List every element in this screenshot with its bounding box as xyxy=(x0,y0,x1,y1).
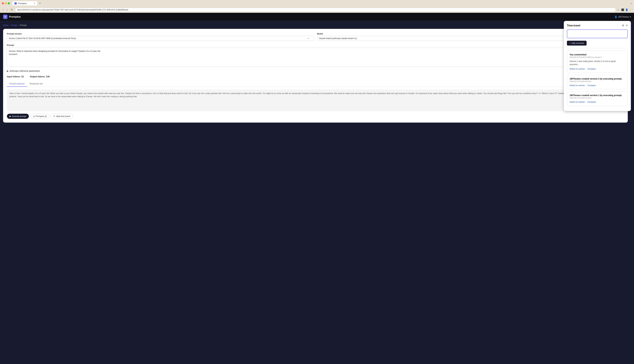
logo-icon: P xyxy=(3,15,8,19)
app-content: Home › Project › Prompt Prompt version V… xyxy=(0,21,634,364)
inference-label: Anthropic inference parameters xyxy=(10,70,40,72)
refresh-button[interactable]: ↻ xyxy=(10,8,14,12)
version-actions-0: Switch to version Compare xyxy=(570,84,625,86)
tokens-row: Input tokens: 19 Output tokens: 140 xyxy=(7,75,624,78)
compare-link-0[interactable]: Compare xyxy=(587,84,596,86)
execute-icon: ▶ xyxy=(10,115,11,118)
tab-parsed[interactable]: Parsed response xyxy=(7,81,27,87)
left-section: Home › Project › Prompt Prompt version V… xyxy=(3,24,631,361)
settings-icon[interactable]: ⚙ xyxy=(622,24,624,27)
version-actions-1: Switch to version Compare xyxy=(570,101,625,103)
prompt-version-label: Prompt version xyxy=(7,32,314,35)
comment-actions-0: Switch to version Compare xyxy=(570,68,625,70)
time-travel-panel: Time-travel ⚙ ✕ + Add comment You commen… xyxy=(564,21,631,111)
app-name: Promptus xyxy=(9,16,21,18)
version-title-1: JWThewes created version 1 by executing … xyxy=(570,94,625,96)
tab-raw[interactable]: Response raw xyxy=(27,81,45,87)
prompt-version-select[interactable]: Version 2 (Wed Feb 07 2024 19:39:45 GMT+… xyxy=(7,36,314,41)
response-tabs: Parsed response Response raw xyxy=(7,81,624,87)
browser-navbar: ‹ › ↻ dpze145z3mz7o.cloudfront.net/proje… xyxy=(0,7,634,13)
version-card-1: JWThewes created version 1 by executing … xyxy=(567,92,628,106)
add-comment-button[interactable]: + Add comment xyxy=(567,41,586,46)
comment-title-0: You commented xyxy=(570,53,625,56)
traffic-lights xyxy=(2,2,10,4)
minimize-window-button[interactable] xyxy=(5,2,7,4)
url-text: dpze145z3mz7o.cloudfront.net/project/eb7… xyxy=(17,9,614,11)
input-tokens: Input tokens: 19 xyxy=(7,75,24,78)
panel-divider xyxy=(567,48,628,48)
add-comment-label: Add comment xyxy=(572,42,584,44)
nav-icons: ☆ ⬛ 👤 ⋮ xyxy=(617,8,632,11)
hide-icon: ✕ xyxy=(53,115,55,118)
menu-icon[interactable]: ⋮ xyxy=(629,8,632,11)
main-panel: Prompt version Version 2 (Wed Feb 07 202… xyxy=(3,29,628,122)
hide-time-travel-button[interactable]: ✕ Hide time travel xyxy=(51,114,73,119)
version-meta-1: 2024-02-07T19:39:12.252Z xyxy=(570,97,625,99)
output-tokens-label: Output tokens: 140 xyxy=(30,75,50,78)
profile-icon[interactable]: 👤 xyxy=(625,8,628,11)
response-area: Here is how I would explain it to a 5 ye… xyxy=(7,89,624,111)
switch-to-version-link-1[interactable]: Switch to version xyxy=(570,101,585,103)
comment-card-0: You commented 2024-02-07T19:40:07.660Z o… xyxy=(567,51,628,73)
compare-link-comment-0[interactable]: Compare xyxy=(587,68,596,70)
execute-label: Execute prompt xyxy=(12,115,26,118)
bookmark-icon[interactable]: ☆ xyxy=(617,8,620,11)
breadcrumb-current: Prompt xyxy=(20,24,26,26)
breadcrumb-project[interactable]: Project xyxy=(11,24,17,26)
app-logo: P Promptus xyxy=(3,15,21,19)
comment-input[interactable] xyxy=(567,30,628,38)
breadcrumb-home[interactable]: Home xyxy=(3,24,8,26)
breadcrumb-sep-1: › xyxy=(10,24,10,26)
tab-close-button[interactable]: ✕ xyxy=(34,2,35,4)
tab-favicon-icon xyxy=(14,2,17,4)
promptus-q-icon: ◎ xyxy=(33,115,35,118)
browser-dropdown-icon[interactable]: ▼ xyxy=(630,2,632,5)
panel-title: Time-travel xyxy=(567,24,580,27)
close-panel-button[interactable]: ✕ xyxy=(626,24,628,27)
back-button[interactable]: ‹ xyxy=(2,8,4,12)
user-menu[interactable]: 👤 JWThewes ▾ xyxy=(614,16,631,18)
toggle-icon: ▶ xyxy=(7,70,8,72)
add-comment-plus-icon: + xyxy=(570,42,571,44)
close-window-button[interactable] xyxy=(2,2,4,4)
prompt-version-group: Prompt version Version 2 (Wed Feb 07 202… xyxy=(7,32,314,41)
compare-link-1[interactable]: Compare xyxy=(587,101,596,103)
hide-label: Hide time travel xyxy=(56,115,70,118)
prompt-version-arrow-icon: ▾ xyxy=(308,38,309,40)
prompt-textarea[interactable] xyxy=(7,48,624,67)
maximize-window-button[interactable] xyxy=(8,2,10,4)
breadcrumb-sep-2: › xyxy=(18,24,19,26)
username: JWThewes xyxy=(618,16,629,18)
output-tokens: Output tokens: 140 xyxy=(30,75,50,78)
input-tokens-label: Input tokens: 19 xyxy=(7,75,24,78)
panel-header: Time-travel ⚙ ✕ xyxy=(567,24,628,27)
version-title-0: JWThewes created version 2 by executing … xyxy=(570,78,625,80)
user-icon: 👤 xyxy=(614,16,617,18)
promptus-q-button[interactable]: ◎ Promptus Q xyxy=(30,114,49,119)
extensions-icon[interactable]: ⬛ xyxy=(621,8,624,11)
address-bar[interactable]: dpze145z3mz7o.cloudfront.net/project/eb7… xyxy=(15,8,616,12)
prompt-version-select-wrapper: Version 2 (Wed Feb 07 2024 19:39:45 GMT+… xyxy=(7,36,314,41)
inference-toggle[interactable]: ▶ Anthropic inference parameters xyxy=(7,70,624,72)
prompt-version-value: Version 2 (Wed Feb 07 2024 19:39:45 GMT+… xyxy=(9,37,76,40)
app-header: P Promptus 👤 JWThewes ▾ xyxy=(0,13,634,21)
version-meta-0: 2024-02-07T19:39:45.551Z xyxy=(570,80,625,82)
panel-icons: ⚙ ✕ xyxy=(622,24,628,27)
comment-body-0: Version 1 was really great. Version 2 is… xyxy=(570,60,625,66)
browser-tab[interactable]: Promptus ✕ xyxy=(12,1,37,6)
model-value: Claude Instant (anthropic.claude-instant… xyxy=(319,37,357,40)
response-text: Here is how I would explain it to a 5 ye… xyxy=(9,92,618,98)
tab-title: Promptus xyxy=(18,2,27,4)
switch-to-version-link-comment-0[interactable]: Switch to version xyxy=(570,68,585,70)
prompt-label: Prompt xyxy=(7,44,624,46)
forward-button[interactable]: › xyxy=(6,8,8,12)
execute-prompt-button[interactable]: ▶ Execute prompt xyxy=(7,114,29,119)
switch-to-version-link-0[interactable]: Switch to version xyxy=(570,84,585,86)
prompt-section: Prompt xyxy=(7,44,624,68)
form-row: Prompt version Version 2 (Wed Feb 07 202… xyxy=(7,32,624,41)
new-tab-button[interactable]: + xyxy=(39,2,41,5)
comment-meta-0: 2024-02-07T19:40:07.660Z on version 2 xyxy=(570,56,625,58)
promptus-q-label: Promptus Q xyxy=(36,115,46,118)
version-card-0: JWThewes created version 2 by executing … xyxy=(567,75,628,89)
bottom-buttons: ▶ Execute prompt ◎ Promptus Q ✕ Hide tim… xyxy=(7,114,624,119)
